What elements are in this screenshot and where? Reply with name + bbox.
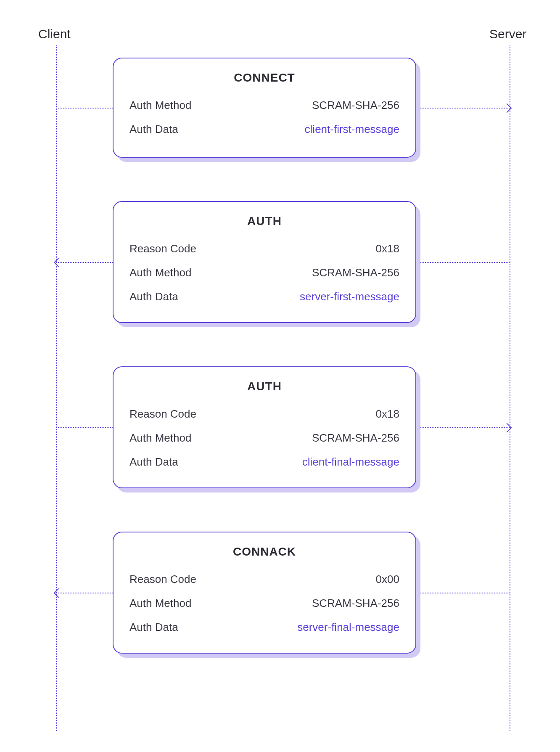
field-value: server-final-message: [297, 621, 399, 634]
field-row: Reason Code0x18: [129, 242, 399, 255]
field-key: Auth Data: [129, 123, 178, 136]
sequence-diagram: Client Server CONNECTAuth MethodSCRAM-SH…: [0, 0, 560, 752]
field-key: Auth Data: [129, 621, 178, 634]
field-value: 0x18: [376, 408, 399, 421]
participant-server-label: Server: [489, 27, 526, 41]
field-row: Auth MethodSCRAM-SHA-256: [129, 597, 399, 610]
field-value: server-first-message: [300, 290, 399, 303]
field-value: client-final-message: [302, 455, 399, 469]
arrow-to-server: [420, 427, 510, 428]
arrow-to-client: [56, 593, 113, 593]
field-value: SCRAM-SHA-256: [312, 99, 399, 112]
client-lifeline: [56, 45, 57, 731]
message-card-auth-1: AUTHReason Code0x18Auth MethodSCRAM-SHA-…: [113, 201, 416, 323]
field-row: Auth Dataserver-final-message: [129, 621, 399, 634]
arrow-to-client: [56, 262, 113, 263]
field-row: Auth MethodSCRAM-SHA-256: [129, 266, 399, 279]
field-row: Auth Dataclient-first-message: [129, 123, 399, 136]
field-key: Auth Method: [129, 432, 191, 445]
arrow-head-icon: [54, 258, 63, 267]
participant-client-label: Client: [38, 27, 71, 41]
message-card-connack: CONNACKReason Code0x00Auth MethodSCRAM-S…: [113, 532, 416, 654]
field-value: SCRAM-SHA-256: [312, 432, 399, 445]
field-key: Auth Data: [129, 290, 178, 303]
field-key: Auth Method: [129, 266, 191, 279]
server-lifeline: [510, 45, 510, 731]
field-key: Auth Data: [129, 455, 178, 469]
arrow-segment: [420, 593, 510, 593]
arrow-segment: [56, 108, 113, 109]
field-value: SCRAM-SHA-256: [312, 597, 399, 610]
arrow-head-icon: [54, 588, 63, 598]
field-value: 0x00: [376, 573, 399, 586]
message-title: CONNECT: [129, 71, 399, 85]
field-key: Auth Method: [129, 99, 191, 112]
field-row: Auth MethodSCRAM-SHA-256: [129, 432, 399, 445]
field-value: client-first-message: [305, 123, 399, 136]
field-key: Reason Code: [129, 408, 196, 421]
field-row: Reason Code0x18: [129, 408, 399, 421]
field-row: Auth Dataserver-first-message: [129, 290, 399, 303]
message-title: CONNACK: [129, 545, 399, 559]
field-row: Reason Code0x00: [129, 573, 399, 586]
field-key: Reason Code: [129, 573, 196, 586]
message-title: AUTH: [129, 214, 399, 228]
field-value: SCRAM-SHA-256: [312, 266, 399, 279]
field-row: Auth MethodSCRAM-SHA-256: [129, 99, 399, 112]
arrow-segment: [420, 262, 510, 263]
message-card-connect: CONNECTAuth MethodSCRAM-SHA-256Auth Data…: [113, 58, 416, 158]
field-key: Reason Code: [129, 242, 196, 255]
field-row: Auth Dataclient-final-message: [129, 455, 399, 469]
arrow-to-server: [420, 108, 510, 109]
arrow-segment: [56, 427, 113, 428]
field-value: 0x18: [376, 242, 399, 255]
field-key: Auth Method: [129, 597, 191, 610]
message-title: AUTH: [129, 380, 399, 393]
message-card-auth-2: AUTHReason Code0x18Auth MethodSCRAM-SHA-…: [113, 366, 416, 488]
